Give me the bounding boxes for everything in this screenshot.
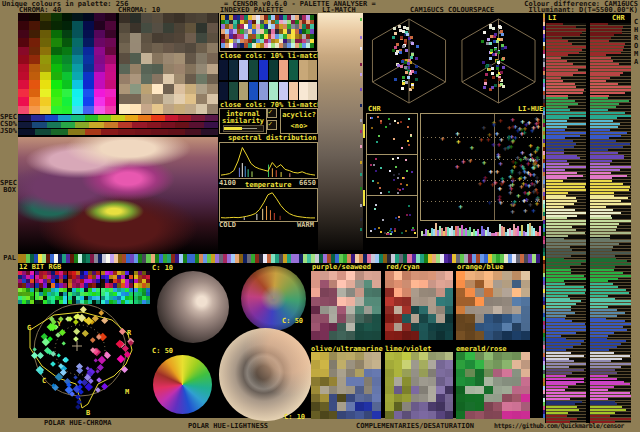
lightness-bars (546, 23, 586, 423)
comp-panel-lime-violet (385, 352, 453, 419)
chroma-40-panel (18, 13, 116, 114)
chr-scatter-box-1 (366, 113, 418, 155)
acyclic-value: <no> (281, 122, 317, 130)
c10-label-bottom: C: 10 (284, 413, 305, 421)
comp-panel-orange-blue (456, 271, 530, 340)
similarity-checkbox[interactable]: ✓ (267, 108, 277, 118)
rgb12-tiles (18, 271, 150, 304)
axis-b-label: B (86, 409, 90, 417)
acyclic-box: acyclic? <no> (280, 108, 318, 134)
comp-panel-label-0: purple/seaweed (312, 263, 371, 271)
polar-hue-chroma-plot (14, 302, 146, 418)
palette-index-strip (543, 14, 545, 418)
censor-app-window: Unique colours in palette: 256 = CENSOR … (0, 0, 640, 432)
spec-strip (18, 115, 218, 121)
li-hue-scatter: ++++++++++++++++++++++++++++++++++++++++… (420, 113, 543, 221)
close-cols-10-swatches (219, 60, 318, 80)
internal-similarity-label-2: similarity (220, 117, 266, 125)
similarity-progress-bar (223, 125, 264, 132)
similarity-progress-track (242, 128, 258, 129)
cube-lihue-label: LI-HUE (518, 105, 543, 113)
comp-panel-olive-ultramarine (311, 352, 381, 419)
comp-panel-purple-seaweed (311, 271, 381, 340)
comp-panel-emerald-rose (456, 352, 530, 419)
acyclic-question-label: acyclic? (281, 111, 317, 119)
cube-chr-label: CHR (368, 105, 381, 113)
comp-panel-label-1: red/cyan (386, 263, 420, 271)
warm-label: WARM (297, 221, 314, 229)
check-icon: ✓ (268, 120, 272, 128)
similarity-progress-fill (224, 127, 242, 130)
indexed-palette-grid (221, 15, 314, 48)
comp-panel-red-cyan (385, 271, 453, 340)
hue-histogram (421, 222, 541, 236)
polar-hue-chroma-caption: POLAR HUE-CHROMA (44, 419, 111, 427)
axis-tick-yellow-1 (363, 124, 365, 138)
csd-strip (18, 122, 218, 128)
check-icon: ✓ (268, 108, 272, 116)
chroma-10-panel (119, 13, 218, 114)
cold-label: COLD (219, 221, 236, 229)
github-url[interactable]: https://github.com/Quickmarble/censor (494, 422, 624, 430)
axis-tick-yellow-2 (363, 190, 365, 206)
sidebar-li-label: LI (548, 14, 556, 22)
internal-similarity-box: internal similarity (219, 108, 267, 134)
chr-scatter-box-2 (366, 154, 418, 196)
li-match-strip (318, 13, 363, 250)
chr-scatter-box-3 (366, 195, 418, 238)
pal-strip (18, 254, 540, 263)
acyclic-checkbox[interactable]: ✓ (267, 120, 277, 130)
close-cols-70-swatches (219, 82, 318, 100)
spectral-distribution-chart (219, 142, 318, 179)
spectral-distribution-title: spectral distribution (228, 134, 317, 142)
jsd-strip-label: JSD% (0, 127, 16, 135)
axis-y-label: Y (57, 320, 61, 328)
hue-lightness-wheel-c50 (153, 355, 212, 414)
complementaries-caption: COMPLEMENTARIES/DESATURATION (356, 422, 474, 430)
axis-r-label: R (127, 329, 131, 337)
polar-hue-lightness-caption: POLAR HUE-LIGHTNESS (188, 422, 268, 430)
sidebar-chr-label: CHR (612, 14, 625, 22)
axis-m-label: M (125, 388, 129, 396)
indexed-palette-box (219, 13, 318, 52)
hue-lightness-circle-c10-muted (157, 271, 229, 343)
colourspace-cube-chr (364, 13, 454, 105)
comp-panel-label-2: orange/blue (457, 263, 503, 271)
chroma-bars (590, 23, 631, 423)
spectral-min-label: 4100 (219, 179, 236, 187)
temperature-chart (219, 188, 318, 222)
close-cols-10-label: close cols: 10% li-match (220, 52, 321, 60)
c50-label-right: C: 50 (282, 317, 303, 325)
c50-label-left: C: 50 (152, 347, 173, 355)
colourspace-cube-lihue (454, 13, 543, 105)
lightness-chroma-vertical-label: LIGHTNESS & CHROMA (632, 18, 640, 158)
spec-box-label-line2: BOX (0, 186, 16, 194)
hue-lightness-donut-c10 (219, 328, 312, 421)
spectral-max-label: 6650 (299, 179, 316, 187)
12bit-rgb-label: 12 BIT RGB (19, 263, 61, 271)
c10-label-top: C: 10 (152, 264, 173, 272)
pal-strip-label: PAL (0, 254, 16, 262)
spec-box-image (18, 137, 218, 253)
illuminant-label: Illuminant: D(T=5500.00°K) (528, 6, 638, 14)
axis-g-label: G (27, 324, 31, 332)
axis-c-label: C (42, 377, 46, 385)
jsd-strip (18, 129, 218, 135)
